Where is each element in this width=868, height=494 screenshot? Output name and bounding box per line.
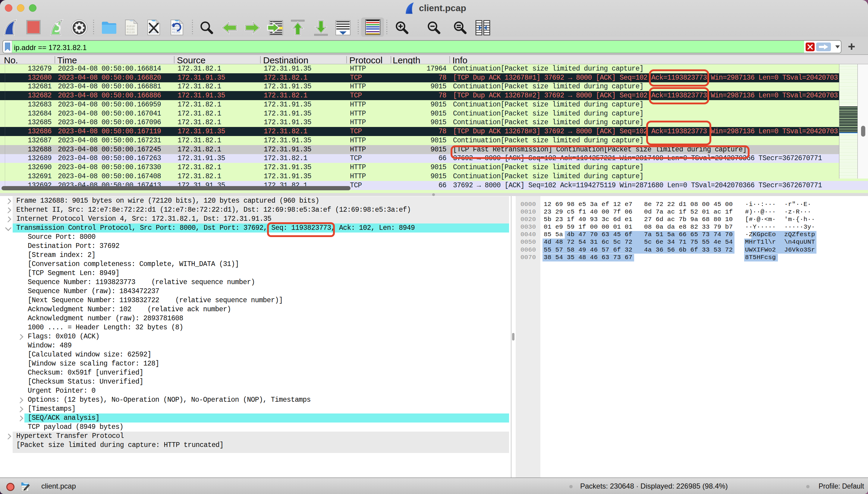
svg-text:01101: 01101 (126, 28, 135, 31)
svg-text:01110: 01110 (172, 31, 180, 34)
svg-text:01010: 01010 (126, 25, 135, 28)
svg-text:01110: 01110 (126, 31, 135, 34)
